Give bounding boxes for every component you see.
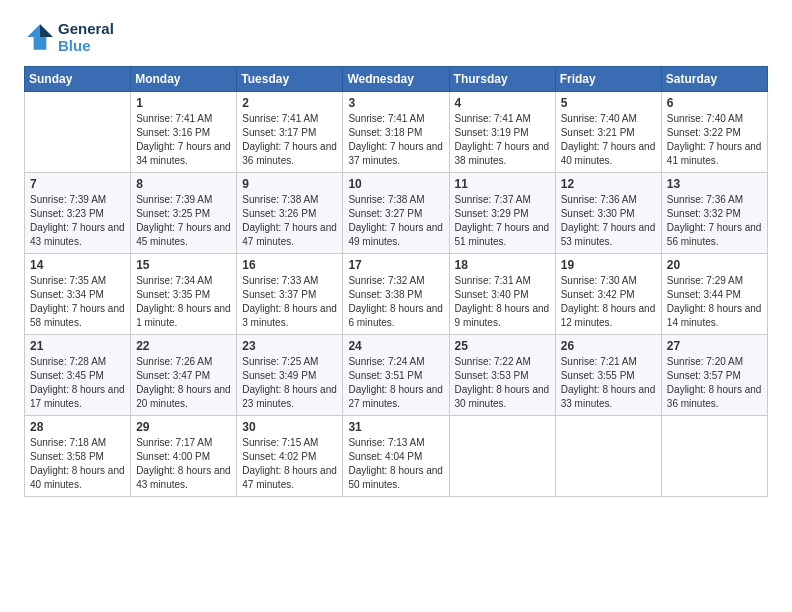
week-row-1: 1Sunrise: 7:41 AMSunset: 3:16 PMDaylight… bbox=[25, 92, 768, 173]
weekday-header-friday: Friday bbox=[555, 67, 661, 92]
day-number: 18 bbox=[455, 258, 550, 272]
cell-details: Sunrise: 7:30 AMSunset: 3:42 PMDaylight:… bbox=[561, 274, 656, 330]
week-row-5: 28Sunrise: 7:18 AMSunset: 3:58 PMDayligh… bbox=[25, 416, 768, 497]
cell-details: Sunrise: 7:38 AMSunset: 3:26 PMDaylight:… bbox=[242, 193, 337, 249]
logo-line2: Blue bbox=[58, 37, 114, 54]
cell-details: Sunrise: 7:25 AMSunset: 3:49 PMDaylight:… bbox=[242, 355, 337, 411]
day-number: 13 bbox=[667, 177, 762, 191]
calendar-cell: 1Sunrise: 7:41 AMSunset: 3:16 PMDaylight… bbox=[131, 92, 237, 173]
day-number: 27 bbox=[667, 339, 762, 353]
cell-details: Sunrise: 7:39 AMSunset: 3:25 PMDaylight:… bbox=[136, 193, 231, 249]
cell-details: Sunrise: 7:17 AMSunset: 4:00 PMDaylight:… bbox=[136, 436, 231, 492]
logo-line1: General bbox=[58, 20, 114, 37]
day-number: 14 bbox=[30, 258, 125, 272]
cell-details: Sunrise: 7:22 AMSunset: 3:53 PMDaylight:… bbox=[455, 355, 550, 411]
day-number: 31 bbox=[348, 420, 443, 434]
day-number: 29 bbox=[136, 420, 231, 434]
calendar-cell: 27Sunrise: 7:20 AMSunset: 3:57 PMDayligh… bbox=[661, 335, 767, 416]
day-number: 21 bbox=[30, 339, 125, 353]
day-number: 11 bbox=[455, 177, 550, 191]
calendar-header: SundayMondayTuesdayWednesdayThursdayFrid… bbox=[25, 67, 768, 92]
calendar-cell: 4Sunrise: 7:41 AMSunset: 3:19 PMDaylight… bbox=[449, 92, 555, 173]
week-row-3: 14Sunrise: 7:35 AMSunset: 3:34 PMDayligh… bbox=[25, 254, 768, 335]
cell-details: Sunrise: 7:31 AMSunset: 3:40 PMDaylight:… bbox=[455, 274, 550, 330]
weekday-header-saturday: Saturday bbox=[661, 67, 767, 92]
calendar-cell: 6Sunrise: 7:40 AMSunset: 3:22 PMDaylight… bbox=[661, 92, 767, 173]
calendar-cell: 3Sunrise: 7:41 AMSunset: 3:18 PMDaylight… bbox=[343, 92, 449, 173]
calendar-cell: 23Sunrise: 7:25 AMSunset: 3:49 PMDayligh… bbox=[237, 335, 343, 416]
day-number: 23 bbox=[242, 339, 337, 353]
calendar-cell: 17Sunrise: 7:32 AMSunset: 3:38 PMDayligh… bbox=[343, 254, 449, 335]
day-number: 6 bbox=[667, 96, 762, 110]
calendar-cell bbox=[661, 416, 767, 497]
calendar-cell: 10Sunrise: 7:38 AMSunset: 3:27 PMDayligh… bbox=[343, 173, 449, 254]
calendar-cell: 30Sunrise: 7:15 AMSunset: 4:02 PMDayligh… bbox=[237, 416, 343, 497]
day-number: 12 bbox=[561, 177, 656, 191]
calendar-cell: 26Sunrise: 7:21 AMSunset: 3:55 PMDayligh… bbox=[555, 335, 661, 416]
calendar-cell: 13Sunrise: 7:36 AMSunset: 3:32 PMDayligh… bbox=[661, 173, 767, 254]
calendar-cell: 16Sunrise: 7:33 AMSunset: 3:37 PMDayligh… bbox=[237, 254, 343, 335]
day-number: 16 bbox=[242, 258, 337, 272]
cell-details: Sunrise: 7:41 AMSunset: 3:18 PMDaylight:… bbox=[348, 112, 443, 168]
day-number: 10 bbox=[348, 177, 443, 191]
weekday-row: SundayMondayTuesdayWednesdayThursdayFrid… bbox=[25, 67, 768, 92]
cell-details: Sunrise: 7:32 AMSunset: 3:38 PMDaylight:… bbox=[348, 274, 443, 330]
cell-details: Sunrise: 7:28 AMSunset: 3:45 PMDaylight:… bbox=[30, 355, 125, 411]
week-row-4: 21Sunrise: 7:28 AMSunset: 3:45 PMDayligh… bbox=[25, 335, 768, 416]
calendar-cell: 14Sunrise: 7:35 AMSunset: 3:34 PMDayligh… bbox=[25, 254, 131, 335]
cell-details: Sunrise: 7:38 AMSunset: 3:27 PMDaylight:… bbox=[348, 193, 443, 249]
week-row-2: 7Sunrise: 7:39 AMSunset: 3:23 PMDaylight… bbox=[25, 173, 768, 254]
cell-details: Sunrise: 7:24 AMSunset: 3:51 PMDaylight:… bbox=[348, 355, 443, 411]
day-number: 3 bbox=[348, 96, 443, 110]
cell-details: Sunrise: 7:39 AMSunset: 3:23 PMDaylight:… bbox=[30, 193, 125, 249]
calendar-cell bbox=[449, 416, 555, 497]
calendar-cell: 8Sunrise: 7:39 AMSunset: 3:25 PMDaylight… bbox=[131, 173, 237, 254]
weekday-header-monday: Monday bbox=[131, 67, 237, 92]
cell-details: Sunrise: 7:20 AMSunset: 3:57 PMDaylight:… bbox=[667, 355, 762, 411]
cell-details: Sunrise: 7:41 AMSunset: 3:17 PMDaylight:… bbox=[242, 112, 337, 168]
day-number: 20 bbox=[667, 258, 762, 272]
calendar-cell: 19Sunrise: 7:30 AMSunset: 3:42 PMDayligh… bbox=[555, 254, 661, 335]
day-number: 24 bbox=[348, 339, 443, 353]
calendar-table: SundayMondayTuesdayWednesdayThursdayFrid… bbox=[24, 66, 768, 497]
day-number: 4 bbox=[455, 96, 550, 110]
day-number: 7 bbox=[30, 177, 125, 191]
calendar-cell: 20Sunrise: 7:29 AMSunset: 3:44 PMDayligh… bbox=[661, 254, 767, 335]
weekday-header-tuesday: Tuesday bbox=[237, 67, 343, 92]
calendar-cell: 31Sunrise: 7:13 AMSunset: 4:04 PMDayligh… bbox=[343, 416, 449, 497]
day-number: 26 bbox=[561, 339, 656, 353]
cell-details: Sunrise: 7:15 AMSunset: 4:02 PMDaylight:… bbox=[242, 436, 337, 492]
cell-details: Sunrise: 7:36 AMSunset: 3:32 PMDaylight:… bbox=[667, 193, 762, 249]
calendar-cell bbox=[25, 92, 131, 173]
day-number: 9 bbox=[242, 177, 337, 191]
cell-details: Sunrise: 7:26 AMSunset: 3:47 PMDaylight:… bbox=[136, 355, 231, 411]
cell-details: Sunrise: 7:41 AMSunset: 3:19 PMDaylight:… bbox=[455, 112, 550, 168]
calendar-cell: 22Sunrise: 7:26 AMSunset: 3:47 PMDayligh… bbox=[131, 335, 237, 416]
day-number: 8 bbox=[136, 177, 231, 191]
day-number: 2 bbox=[242, 96, 337, 110]
calendar-body: 1Sunrise: 7:41 AMSunset: 3:16 PMDaylight… bbox=[25, 92, 768, 497]
cell-details: Sunrise: 7:36 AMSunset: 3:30 PMDaylight:… bbox=[561, 193, 656, 249]
calendar-cell: 24Sunrise: 7:24 AMSunset: 3:51 PMDayligh… bbox=[343, 335, 449, 416]
day-number: 22 bbox=[136, 339, 231, 353]
day-number: 30 bbox=[242, 420, 337, 434]
header: General Blue bbox=[24, 20, 768, 54]
calendar-cell: 7Sunrise: 7:39 AMSunset: 3:23 PMDaylight… bbox=[25, 173, 131, 254]
day-number: 19 bbox=[561, 258, 656, 272]
cell-details: Sunrise: 7:21 AMSunset: 3:55 PMDaylight:… bbox=[561, 355, 656, 411]
cell-details: Sunrise: 7:41 AMSunset: 3:16 PMDaylight:… bbox=[136, 112, 231, 168]
cell-details: Sunrise: 7:29 AMSunset: 3:44 PMDaylight:… bbox=[667, 274, 762, 330]
logo-icon bbox=[24, 21, 56, 53]
weekday-header-wednesday: Wednesday bbox=[343, 67, 449, 92]
day-number: 15 bbox=[136, 258, 231, 272]
day-number: 5 bbox=[561, 96, 656, 110]
cell-details: Sunrise: 7:40 AMSunset: 3:21 PMDaylight:… bbox=[561, 112, 656, 168]
calendar-cell bbox=[555, 416, 661, 497]
calendar-cell: 28Sunrise: 7:18 AMSunset: 3:58 PMDayligh… bbox=[25, 416, 131, 497]
calendar-cell: 25Sunrise: 7:22 AMSunset: 3:53 PMDayligh… bbox=[449, 335, 555, 416]
calendar-cell: 15Sunrise: 7:34 AMSunset: 3:35 PMDayligh… bbox=[131, 254, 237, 335]
svg-marker-1 bbox=[40, 24, 53, 37]
day-number: 25 bbox=[455, 339, 550, 353]
cell-details: Sunrise: 7:35 AMSunset: 3:34 PMDaylight:… bbox=[30, 274, 125, 330]
day-number: 1 bbox=[136, 96, 231, 110]
